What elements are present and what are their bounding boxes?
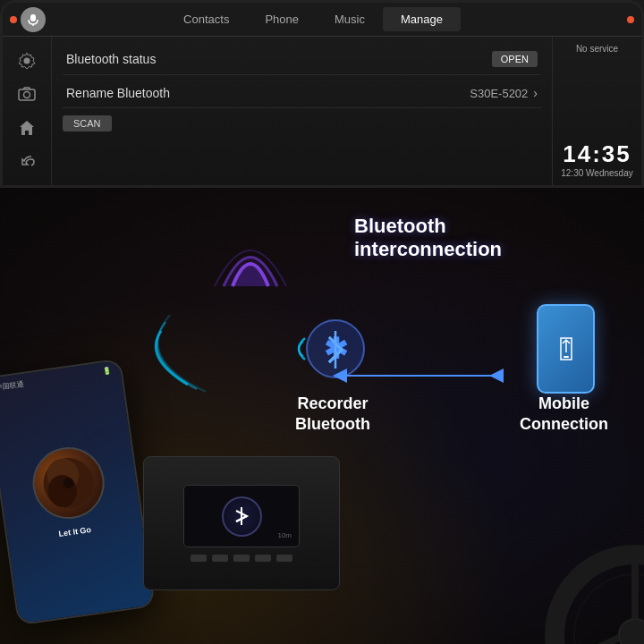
bluetooth-status-item: Bluetooth status OPEN <box>63 44 541 75</box>
main-content: Bluetooth status OPEN Rename Bluetooth S… <box>52 37 552 185</box>
svg-point-4 <box>24 92 30 98</box>
no-service-text: No service <box>576 44 618 54</box>
photo-section: Bluetooth interconnection ✱ <box>0 188 644 644</box>
nav-right <box>563 16 634 23</box>
back-icon[interactable] <box>13 148 40 174</box>
svg-point-2 <box>24 57 30 64</box>
distance-text: 10m <box>277 531 292 539</box>
nav-bar: Contacts Phone Music Manage <box>3 3 641 37</box>
album-art <box>28 443 108 523</box>
tab-phone[interactable]: Phone <box>247 7 317 31</box>
content-area: Bluetooth status OPEN Rename Bluetooth S… <box>3 37 641 185</box>
right-panel: No service 14:35 12:30 Wednesday <box>552 37 641 185</box>
tab-manage[interactable]: Manage <box>383 7 461 31</box>
radio-screen: 10m <box>183 485 300 547</box>
left-sidebar <box>3 37 52 185</box>
radio-btn-4 <box>255 555 271 562</box>
steering-wheel <box>492 492 644 644</box>
gear-icon[interactable] <box>13 47 40 74</box>
bluetooth-interconnect-label: Bluetooth interconnection <box>354 215 502 262</box>
chevron-icon: › <box>533 86 538 100</box>
radio-bt-circle <box>222 496 262 537</box>
device-name: S30E-5202 <box>470 87 528 100</box>
song-title: Let It Go <box>58 525 92 538</box>
rename-bluetooth-right: S30E-5202 › <box>470 86 538 100</box>
home-icon[interactable] <box>13 114 40 141</box>
microphone-icon[interactable] <box>21 7 46 32</box>
camera-icon[interactable] <box>13 80 40 107</box>
tab-contacts[interactable]: Contacts <box>165 7 247 31</box>
red-dot-left <box>10 16 17 23</box>
rename-bluetooth-item: Rename Bluetooth S30E-5202 › <box>63 79 541 108</box>
phone-icon-box <box>537 304 595 394</box>
open-button[interactable]: OPEN <box>492 51 538 67</box>
bluetooth-status-label: Bluetooth status <box>66 52 156 66</box>
tab-music[interactable]: Music <box>317 7 383 31</box>
radio-btn-1 <box>191 555 207 562</box>
mobile-connection-label: Mobile Connection <box>520 394 608 436</box>
recorder-bluetooth-label: Recorder Bluetooth <box>295 394 370 436</box>
svg-point-16 <box>619 619 644 644</box>
nav-left-icons <box>10 7 64 32</box>
radio-btn-2 <box>212 555 228 562</box>
car-radio: 10m <box>143 456 340 590</box>
red-dot-right <box>627 16 634 23</box>
bluetooth-signal-waves-top <box>206 224 295 295</box>
clock-date: 12:30 Wednesday <box>561 168 632 178</box>
bluetooth-status-right: OPEN <box>492 51 538 67</box>
dashboard: Contacts Phone Music Manage <box>0 0 644 188</box>
nav-tabs: Contacts Phone Music Manage <box>64 7 563 31</box>
clock-time: 14:35 <box>561 140 632 168</box>
clock: 14:35 12:30 Wednesday <box>561 140 632 178</box>
svg-line-18 <box>559 638 619 644</box>
connection-arrow <box>331 362 510 389</box>
rename-bluetooth-label: Rename Bluetooth <box>66 86 170 100</box>
radio-btn-5 <box>276 555 292 562</box>
svg-rect-8 <box>564 356 569 358</box>
radio-buttons <box>191 555 292 562</box>
svg-rect-0 <box>30 14 36 21</box>
scan-button[interactable]: SCAN <box>63 115 112 131</box>
radio-btn-3 <box>233 555 250 562</box>
